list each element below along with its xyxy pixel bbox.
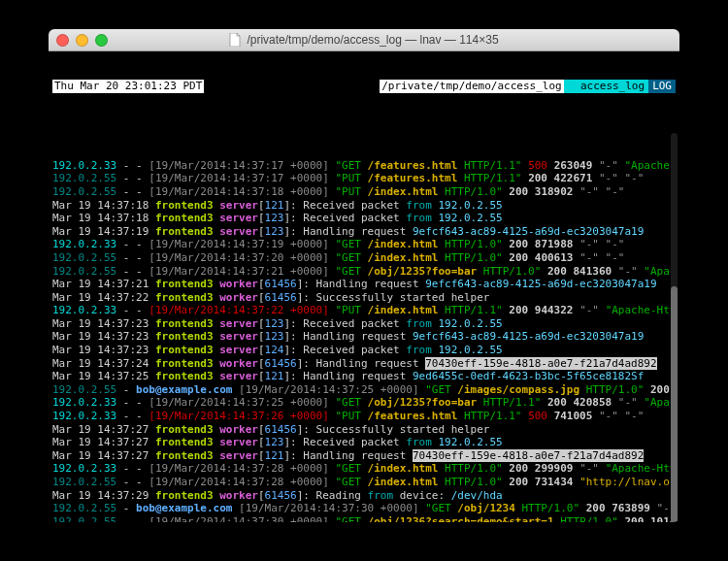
log-line[interactable]: Mar 19 14:37:27 frontend3 server[123]: R… xyxy=(52,436,676,449)
log-line[interactable]: Mar 19 14:37:19 frontend3 server[123]: H… xyxy=(52,225,676,239)
view-mode: LOG xyxy=(648,80,676,93)
scrollbar-thumb[interactable] xyxy=(671,286,678,522)
log-line[interactable]: Mar 19 14:37:27 frontend3 worker[61456]:… xyxy=(52,423,676,437)
minimize-icon[interactable] xyxy=(76,34,88,47)
log-line[interactable]: 192.0.2.55 - - [19/Mar/2014:14:37:21 +00… xyxy=(52,265,676,279)
top-status-line: Thu Mar 20 23:01:23 PDT /private/tmp/dem… xyxy=(52,80,676,93)
log-line[interactable]: 192.0.2.55 - bob@example.com [19/Mar/201… xyxy=(52,383,676,397)
log-line[interactable]: 192.0.2.55 - - [19/Mar/2014:14:37:28 +00… xyxy=(52,476,676,489)
log-line[interactable]: Mar 19 14:37:18 frontend3 server[121]: R… xyxy=(52,199,676,213)
log-line[interactable]: 192.0.2.33 - - [19/Mar/2014:14:37:19 +00… xyxy=(52,238,676,251)
terminal-body[interactable]: Thu Mar 20 23:01:23 PDT /private/tmp/dem… xyxy=(49,51,679,522)
log-line[interactable]: Mar 19 14:37:18 frontend3 server[123]: R… xyxy=(52,212,676,225)
scrollbar[interactable] xyxy=(671,133,678,522)
log-line[interactable]: 192.0.2.55 - - [19/Mar/2014:14:37:20 +00… xyxy=(52,251,676,265)
log-line[interactable]: 192.0.2.55 - - [19/Mar/2014:14:37:18 +00… xyxy=(52,185,676,199)
log-line[interactable]: Mar 19 14:37:23 frontend3 server[124]: R… xyxy=(52,344,676,357)
log-line[interactable]: 192.0.2.55 - - [19/Mar/2014:14:37:17 +00… xyxy=(52,172,676,185)
log-viewport[interactable]: 192.0.2.33 - - [19/Mar/2014:14:37:17 +00… xyxy=(52,159,676,522)
file-badge: access_log xyxy=(564,80,648,93)
window-title-text: /private/tmp/demo/access_log — lnav — 11… xyxy=(247,33,498,47)
log-line[interactable]: Mar 19 14:37:23 frontend3 server[123]: R… xyxy=(52,317,676,331)
log-line[interactable]: Mar 19 14:37:23 frontend3 server[123]: H… xyxy=(52,330,676,344)
close-icon[interactable] xyxy=(56,34,69,47)
log-line[interactable]: 192.0.2.33 - - [19/Mar/2014:14:37:26 +00… xyxy=(52,410,676,423)
log-line[interactable]: Mar 19 14:37:21 frontend3 worker[61456]:… xyxy=(52,278,676,291)
log-line[interactable]: Mar 19 14:37:24 frontend3 worker[61456]:… xyxy=(52,357,676,371)
log-line[interactable]: Mar 19 14:37:29 frontend3 worker[61456]:… xyxy=(52,489,676,503)
log-line[interactable]: Mar 19 14:37:27 frontend3 server[121]: H… xyxy=(52,449,676,463)
log-line[interactable]: 192.0.2.33 - - [19/Mar/2014:14:37:17 +00… xyxy=(52,159,676,173)
log-line[interactable]: 192.0.2.33 - - [19/Mar/2014:14:37:22 +00… xyxy=(52,304,676,317)
clock-text: Thu Mar 20 23:01:23 PDT xyxy=(52,80,204,93)
log-line[interactable]: 192.0.2.33 - - [19/Mar/2014:14:37:25 +00… xyxy=(52,396,676,410)
log-line[interactable]: 192.0.2.55 - bob@example.com [19/Mar/201… xyxy=(52,502,676,515)
zoom-icon[interactable] xyxy=(95,34,108,47)
log-line[interactable]: Mar 19 14:37:22 frontend3 worker[61456]:… xyxy=(52,291,676,305)
log-line[interactable]: Mar 19 14:37:25 frontend3 server[121]: H… xyxy=(52,370,676,383)
terminal-window: /private/tmp/demo/access_log — lnav — 11… xyxy=(49,29,679,522)
document-icon xyxy=(229,33,241,47)
window-title: /private/tmp/demo/access_log — lnav — 11… xyxy=(49,33,679,47)
log-line[interactable]: 192.0.2.55 - - [19/Mar/2014:14:37:30 +00… xyxy=(52,515,676,522)
file-path: /private/tmp/demo/access_log xyxy=(380,80,563,93)
titlebar[interactable]: /private/tmp/demo/access_log — lnav — 11… xyxy=(49,29,679,51)
traffic-lights xyxy=(56,34,108,47)
log-line[interactable]: 192.0.2.33 - - [19/Mar/2014:14:37:28 +00… xyxy=(52,462,676,476)
